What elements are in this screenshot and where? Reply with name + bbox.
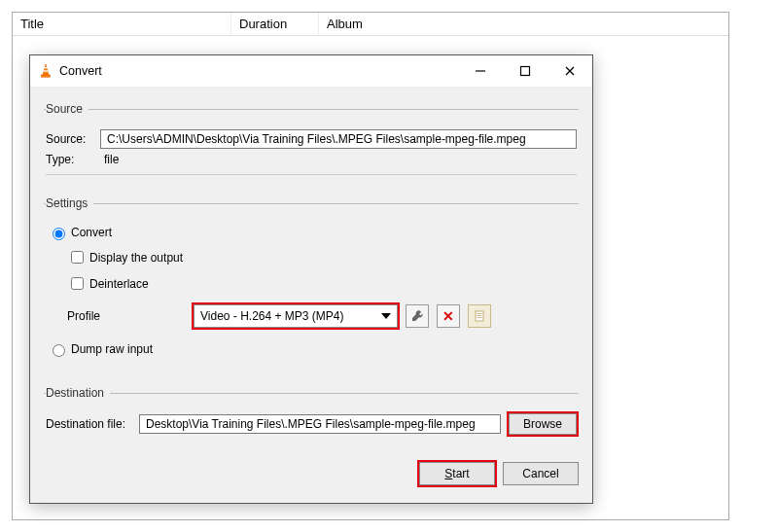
type-label: Type: (46, 153, 100, 166)
profile-combobox[interactable]: Video - H.264 + MP3 (MP4) (194, 304, 398, 328)
profile-value: Video - H.264 + MP3 (MP4) (200, 309, 344, 323)
vlc-cone-icon (38, 63, 53, 79)
type-value: file (100, 153, 119, 166)
col-album[interactable]: Album (319, 13, 728, 35)
source-group: Source Source: Type: file (44, 102, 579, 181)
new-doc-icon (473, 309, 486, 323)
close-button[interactable] (548, 55, 592, 87)
convert-dialog: Convert Source Source: Type: file (29, 54, 593, 504)
start-rest: tart (452, 467, 469, 480)
wrench-icon (410, 309, 424, 323)
svg-rect-3 (42, 75, 51, 77)
destination-legend: Destination (46, 386, 110, 400)
dialog-title: Convert (59, 64, 102, 78)
deinterlace-label: Deinterlace (89, 277, 149, 291)
convert-radio-row[interactable]: Convert (48, 225, 577, 240)
svg-rect-2 (44, 70, 49, 71)
convert-radio-label: Convert (71, 226, 112, 239)
x-icon: ✕ (442, 309, 454, 323)
deinterlace-row[interactable]: Deinterlace (67, 274, 577, 293)
convert-radio[interactable] (53, 228, 65, 240)
display-output-checkbox[interactable] (71, 251, 84, 264)
browse-button[interactable]: Browse (509, 413, 577, 435)
chevron-down-icon (381, 313, 391, 319)
destination-group: Destination Destination file: Browse (44, 386, 579, 444)
source-input[interactable] (100, 129, 577, 149)
svg-rect-1 (44, 67, 48, 68)
start-button[interactable]: Start (419, 462, 495, 485)
svg-rect-5 (521, 67, 530, 76)
cancel-button[interactable]: Cancel (503, 462, 579, 485)
profile-label: Profile (67, 309, 194, 323)
maximize-button[interactable] (503, 55, 548, 87)
delete-profile-button[interactable]: ✕ (437, 304, 460, 328)
edit-profile-button[interactable] (406, 304, 429, 328)
settings-legend: Settings (46, 196, 93, 210)
dump-radio-label: Dump raw input (71, 342, 153, 356)
display-output-row[interactable]: Display the output (67, 248, 577, 266)
source-label: Source: (46, 132, 100, 146)
settings-group: Settings Convert Display the output Dein… (44, 196, 579, 371)
svg-marker-0 (43, 64, 49, 75)
destination-input[interactable] (139, 414, 501, 434)
minimize-button[interactable] (458, 55, 503, 87)
dump-radio-row[interactable]: Dump raw input (48, 341, 577, 357)
new-profile-button[interactable] (468, 304, 491, 328)
col-duration[interactable]: Duration (231, 13, 319, 35)
source-legend: Source (46, 102, 88, 116)
destination-label: Destination file: (46, 417, 139, 431)
titlebar[interactable]: Convert (30, 55, 592, 87)
svg-rect-8 (476, 311, 483, 321)
playlist-header: Title Duration Album (13, 13, 728, 36)
deinterlace-checkbox[interactable] (71, 277, 84, 290)
display-output-label: Display the output (89, 251, 183, 265)
dump-radio[interactable] (53, 344, 65, 357)
col-title[interactable]: Title (13, 13, 231, 35)
